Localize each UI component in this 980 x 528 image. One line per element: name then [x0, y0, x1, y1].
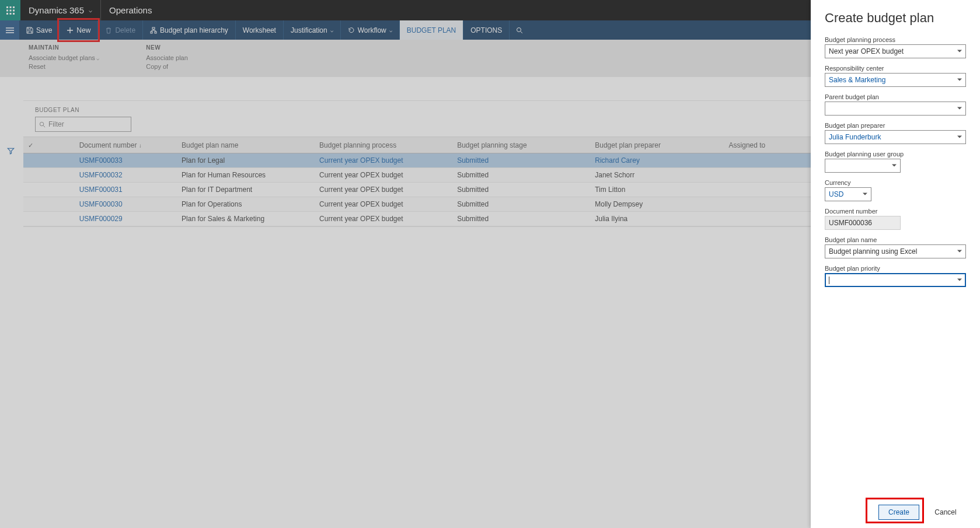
currency-select[interactable]: USD	[825, 187, 871, 201]
field-parent-budget-plan: Parent budget plan	[825, 93, 966, 116]
field-budget-plan-name: Budget plan name Budget planning using E…	[825, 236, 966, 258]
select-value: Julia Funderburk	[829, 133, 881, 141]
modal-overlay	[0, 0, 811, 528]
budget-planning-process-select[interactable]: Next year OPEX budget	[825, 44, 966, 58]
panel-title: Create budget plan	[825, 11, 966, 26]
text-cursor	[829, 277, 829, 284]
create-label: Create	[888, 508, 909, 516]
create-budget-plan-panel: Create budget plan Budget planning proce…	[811, 0, 980, 528]
user-group-select[interactable]	[825, 159, 901, 173]
select-value: USD	[829, 190, 843, 198]
field-label: Document number	[825, 208, 966, 215]
field-label: Budget plan preparer	[825, 122, 966, 129]
field-label: Budget plan priority	[825, 265, 966, 272]
select-value: Sales & Marketing	[829, 76, 885, 84]
input-value: USMF000036	[829, 219, 872, 227]
field-label: Responsibility center	[825, 65, 966, 72]
responsibility-center-select[interactable]: Sales & Marketing	[825, 73, 966, 87]
panel-footer: Create Cancel	[825, 496, 966, 520]
document-number-input: USMF000036	[825, 216, 901, 230]
field-label: Parent budget plan	[825, 93, 966, 100]
field-currency: Currency USD	[825, 179, 966, 201]
field-label: Budget planning user group	[825, 151, 966, 158]
select-value: Next year OPEX budget	[829, 47, 904, 55]
field-document-number: Document number USMF000036	[825, 208, 966, 230]
budget-plan-name-input[interactable]: Budget planning using Excel	[825, 244, 966, 258]
field-label: Currency	[825, 179, 966, 186]
field-budget-plan-preparer: Budget plan preparer Julia Funderburk	[825, 122, 966, 144]
parent-budget-plan-select[interactable]	[825, 102, 966, 116]
cancel-button[interactable]: Cancel	[925, 505, 966, 520]
create-button[interactable]: Create	[878, 505, 919, 520]
budget-plan-priority-select[interactable]	[825, 273, 966, 287]
field-responsibility-center: Responsibility center Sales & Marketing	[825, 65, 966, 87]
field-budget-planning-process: Budget planning process Next year OPEX b…	[825, 36, 966, 58]
field-label: Budget planning process	[825, 36, 966, 43]
field-user-group: Budget planning user group	[825, 151, 966, 173]
field-label: Budget plan name	[825, 236, 966, 243]
field-budget-plan-priority: Budget plan priority	[825, 265, 966, 287]
budget-plan-preparer-select[interactable]: Julia Funderburk	[825, 130, 966, 144]
input-value: Budget planning using Excel	[829, 247, 917, 256]
cancel-label: Cancel	[934, 508, 956, 516]
